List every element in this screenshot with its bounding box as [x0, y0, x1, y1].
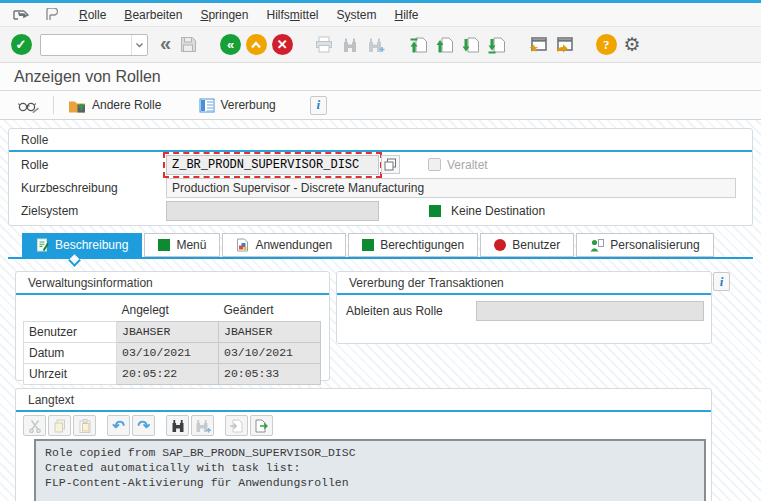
undo-button[interactable]: ↶	[107, 415, 130, 436]
menu-system[interactable]: System	[328, 5, 386, 25]
chevron-down-icon[interactable]	[131, 35, 147, 55]
row-label-benutzer: Benutzer	[24, 321, 117, 342]
create-shortcut-button[interactable]	[552, 32, 576, 58]
vererbung-button[interactable]: Vererbung	[191, 95, 283, 116]
page-down-button[interactable]	[458, 32, 482, 58]
zielsystem-field-label: Zielsystem	[21, 204, 166, 218]
back-button[interactable]: «	[218, 32, 242, 58]
printer-icon	[315, 36, 333, 53]
inheritance-info-button[interactable]: i	[713, 272, 730, 291]
column-header-angelegt: Angelegt	[117, 300, 219, 321]
tab-label: Beschreibung	[55, 238, 128, 252]
tab-underline	[8, 257, 753, 259]
svg-text:★: ★	[529, 42, 539, 53]
tab-label: Menü	[176, 238, 206, 252]
display-change-button[interactable]	[10, 95, 47, 116]
folder-switch-icon	[68, 97, 87, 114]
tab-personalisierung[interactable]: Personalisierung	[576, 233, 713, 257]
datum-geaendert-value: 03/10/2021	[219, 342, 321, 363]
clipboard-icon	[78, 419, 92, 433]
description-doc-icon	[36, 238, 49, 252]
green-square-icon	[158, 239, 170, 251]
menu-rolle[interactable]: Rolle	[70, 5, 115, 25]
langtext-panel: Langtext ↶ ↷ Role copied from SAP_BR_PRO…	[15, 388, 712, 501]
chevron-up-icon	[246, 34, 267, 55]
continue-pointer-icon[interactable]	[10, 6, 32, 24]
info-icon: i	[720, 274, 724, 290]
collapse-command-icon[interactable]: «	[160, 32, 169, 55]
zielsystem-value	[166, 201, 379, 221]
row-label-datum: Datum	[24, 342, 117, 363]
tab-label: Berechtigungen	[380, 238, 464, 252]
customize-layout-button[interactable]: ⚙	[620, 32, 644, 58]
menu-bearbeiten[interactable]: Bearbeiten	[115, 5, 191, 25]
floppy-disk-icon	[180, 36, 197, 53]
longtext-textarea[interactable]: Role copied from SAP_BR_PRODN_SUPERVISOR…	[34, 439, 706, 501]
veraltet-checkbox	[428, 158, 441, 171]
ableiten-aus-rolle-value	[476, 301, 704, 321]
table-row: Uhrzeit 20:05:22 20:05:33	[24, 363, 321, 384]
tab-berechtigungen[interactable]: Berechtigungen	[348, 233, 478, 257]
veraltet-label: Veraltet	[447, 158, 488, 172]
session-window-icon[interactable]	[40, 6, 62, 24]
help-button[interactable]: ?	[594, 32, 618, 58]
save-button	[176, 32, 200, 58]
vererbung-label: Vererbung	[220, 98, 275, 112]
save-to-file-button[interactable]	[250, 415, 273, 436]
scissors-icon	[28, 419, 42, 433]
menu-springen[interactable]: Springen	[191, 5, 257, 25]
kurzbeschreibung-value: Production Supervisor - Discrete Manufac…	[166, 178, 736, 198]
keine-destination-label: Keine Destination	[451, 204, 545, 218]
enter-button[interactable]: ✓	[9, 32, 33, 58]
new-session-button[interactable]: ★	[526, 32, 550, 58]
tab-benutzer[interactable]: Benutzer	[480, 233, 574, 257]
andere-rolle-button[interactable]: Andere Rolle	[60, 94, 169, 117]
tab-strip: Beschreibung Menü Anwendungen Berechtigu…	[8, 232, 753, 262]
exit-button[interactable]	[244, 32, 268, 58]
back-chevrons-icon: «	[220, 34, 241, 55]
redo-arrow-icon: ↷	[137, 418, 150, 433]
vererbung-panel: Vererbung der Transaktionen Ableiten aus…	[336, 271, 712, 344]
vererbung-title: Vererbung der Transaktionen	[337, 272, 711, 295]
status-green-square-icon	[429, 205, 441, 217]
tab-label: Personalisierung	[610, 238, 699, 252]
copy-docs-icon	[53, 419, 67, 433]
page-up-button[interactable]	[432, 32, 456, 58]
copy-field-button[interactable]	[381, 155, 400, 174]
menu-hilfe[interactable]: Hilfe	[386, 5, 428, 25]
info-icon: i	[316, 97, 320, 113]
row-label-uhrzeit: Uhrzeit	[24, 363, 117, 384]
overlapping-windows-icon	[384, 158, 397, 171]
kurzbeschreibung-field-label: Kurzbeschreibung	[21, 181, 166, 195]
page-last-icon	[487, 36, 506, 54]
menu-hilfsmittel[interactable]: Hilfsmittel	[257, 5, 327, 25]
menu-bar: Rolle Bearbeiten Springen Hilfsmittel Sy…	[0, 3, 761, 27]
column-header-geaendert: Geändert	[219, 300, 321, 321]
verwaltungsinformation-title: Verwaltungsinformation	[16, 272, 329, 295]
find-text-button[interactable]	[166, 415, 189, 436]
rolle-field-label: Rolle	[21, 158, 166, 172]
gear-icon: ⚙	[624, 35, 641, 54]
tab-label: Anwendungen	[255, 238, 332, 252]
command-field[interactable]	[40, 34, 148, 56]
ableiten-aus-rolle-label: Ableiten aus Rolle	[346, 304, 476, 318]
paste-button	[73, 415, 96, 436]
table-row: Benutzer JBAHSER JBAHSER	[24, 321, 321, 342]
rolle-input[interactable]	[166, 155, 379, 175]
window-shortcut-icon	[554, 36, 574, 53]
cancel-button[interactable]: ✕	[270, 32, 294, 58]
application-toolbar: Andere Rolle Vererbung i	[0, 91, 761, 120]
last-page-button[interactable]	[484, 32, 508, 58]
tab-label: Benutzer	[512, 238, 560, 252]
redo-button[interactable]: ↷	[132, 415, 155, 436]
first-page-button[interactable]	[406, 32, 430, 58]
cut-button	[23, 415, 46, 436]
tab-menue[interactable]: Menü	[144, 233, 220, 257]
tab-beschreibung[interactable]: Beschreibung	[22, 233, 142, 257]
admin-info-table: Angelegt Geändert Benutzer JBAHSER JBAHS…	[23, 300, 321, 385]
page-first-icon	[409, 36, 428, 54]
tab-anwendungen[interactable]: Anwendungen	[222, 233, 346, 257]
info-button[interactable]: i	[310, 96, 327, 115]
export-doc-icon	[254, 419, 269, 433]
command-input[interactable]	[41, 36, 131, 54]
